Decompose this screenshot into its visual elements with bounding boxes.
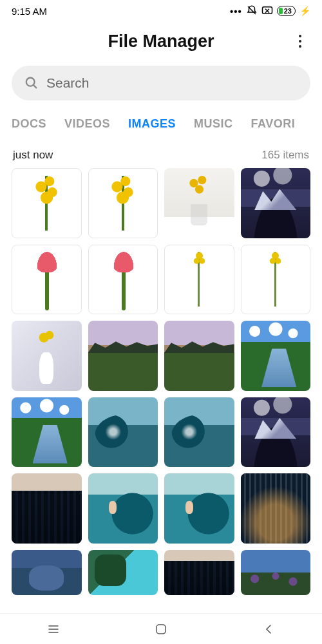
image-thumbnail[interactable] bbox=[164, 321, 234, 391]
image-thumbnail[interactable] bbox=[12, 321, 82, 391]
app-header: File Manager bbox=[0, 22, 322, 61]
image-thumbnail[interactable] bbox=[12, 550, 82, 595]
image-thumbnail[interactable] bbox=[164, 473, 234, 544]
status-time: 9:15 AM bbox=[12, 6, 47, 17]
image-thumbnail[interactable] bbox=[88, 245, 158, 315]
tab-images[interactable]: IMAGES bbox=[128, 116, 176, 132]
battery-percent: 23 bbox=[284, 7, 292, 15]
group-count: 165 items bbox=[261, 149, 309, 162]
image-thumbnail[interactable] bbox=[88, 550, 158, 595]
group-header: just now 165 items bbox=[0, 149, 322, 162]
group-time-label: just now bbox=[13, 149, 53, 162]
svg-rect-9 bbox=[156, 625, 166, 634]
image-thumbnail[interactable] bbox=[164, 245, 234, 315]
tab-music[interactable]: MUSIC bbox=[194, 116, 233, 132]
image-thumbnail[interactable] bbox=[12, 473, 82, 544]
image-grid-partial bbox=[0, 544, 322, 595]
image-thumbnail[interactable] bbox=[88, 473, 158, 544]
search-input[interactable]: Search bbox=[12, 66, 310, 100]
charging-icon: ⚡ bbox=[299, 6, 310, 16]
image-thumbnail[interactable] bbox=[241, 397, 311, 468]
tab-docs[interactable]: DOCS bbox=[12, 116, 46, 132]
more-dots-icon: ••• bbox=[230, 6, 242, 17]
nav-home-button[interactable] bbox=[153, 621, 169, 637]
image-thumbnail[interactable] bbox=[88, 321, 158, 391]
image-thumbnail[interactable] bbox=[164, 397, 234, 468]
nav-back-button[interactable] bbox=[261, 621, 276, 637]
search-icon bbox=[24, 76, 39, 90]
image-thumbnail[interactable] bbox=[241, 321, 311, 391]
mute-icon bbox=[246, 5, 258, 18]
battery-icon: 23 bbox=[277, 6, 296, 16]
tab-favorites[interactable]: FAVORI bbox=[251, 116, 296, 132]
status-indicators: ••• 23 ⚡ bbox=[230, 5, 310, 18]
image-thumbnail[interactable] bbox=[241, 550, 311, 595]
svg-line-5 bbox=[33, 85, 37, 88]
image-thumbnail[interactable] bbox=[241, 473, 311, 544]
status-bar: 9:15 AM ••• 23 ⚡ bbox=[0, 0, 322, 22]
image-thumbnail[interactable] bbox=[241, 245, 311, 315]
image-thumbnail[interactable] bbox=[12, 245, 82, 315]
search-placeholder: Search bbox=[46, 75, 298, 91]
tab-videos[interactable]: VIDEOS bbox=[64, 116, 110, 132]
category-tabs: DOCS VIDEOS IMAGES MUSIC FAVORI bbox=[0, 116, 322, 132]
image-thumbnail[interactable] bbox=[12, 397, 82, 468]
image-thumbnail[interactable] bbox=[88, 397, 158, 468]
image-thumbnail[interactable] bbox=[241, 168, 311, 238]
nav-recent-button[interactable] bbox=[46, 621, 61, 637]
overflow-menu-button[interactable] bbox=[292, 33, 308, 49]
image-grid bbox=[0, 162, 322, 544]
image-thumbnail[interactable] bbox=[12, 168, 82, 238]
image-thumbnail[interactable] bbox=[164, 168, 234, 238]
no-sim-icon bbox=[261, 6, 273, 17]
page-title: File Manager bbox=[108, 32, 214, 52]
system-nav-bar bbox=[0, 613, 322, 644]
image-thumbnail[interactable] bbox=[164, 550, 234, 595]
image-thumbnail[interactable] bbox=[88, 168, 158, 238]
